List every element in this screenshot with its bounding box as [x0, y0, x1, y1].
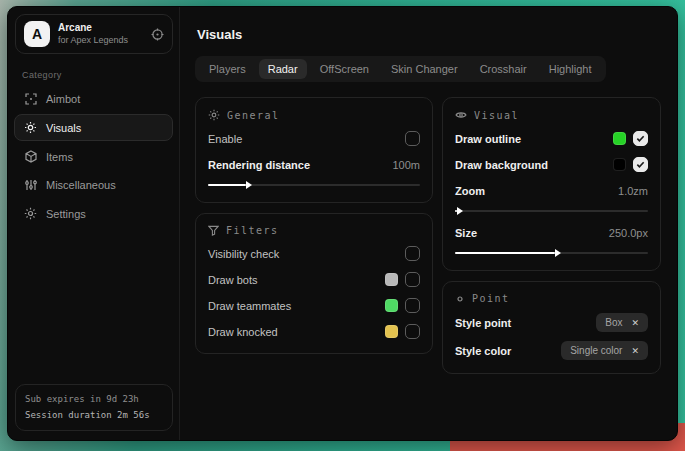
style-point-tag: Box — [605, 317, 622, 328]
page-title: Visuals — [197, 27, 661, 42]
gear-icon — [208, 109, 220, 121]
draw-knocked-checkbox[interactable] — [405, 324, 420, 339]
dot-icon — [455, 294, 465, 304]
zoom-slider[interactable] — [455, 206, 648, 215]
slider-thumb[interactable] — [246, 181, 252, 189]
sidebar-item-aimbot[interactable]: Aimbot — [14, 86, 173, 112]
tab-highlight[interactable]: Highlight — [540, 59, 601, 79]
draw-bots-label: Draw bots — [208, 274, 258, 286]
app-title: Arcane — [58, 22, 143, 35]
target-icon[interactable] — [151, 28, 164, 41]
category-label: Category — [22, 70, 179, 80]
cube-icon — [24, 150, 37, 163]
tab-offscreen[interactable]: OffScreen — [311, 59, 378, 79]
draw-outline-checkbox[interactable] — [633, 131, 648, 146]
size-label: Size — [455, 227, 477, 239]
remove-icon[interactable]: ✕ — [631, 318, 639, 328]
draw-teammates-color-swatch[interactable] — [385, 299, 398, 312]
app-header: A Arcane for Apex Legends — [15, 14, 173, 54]
visibility-check-checkbox[interactable] — [405, 246, 420, 261]
slider-thumb[interactable] — [457, 207, 463, 215]
zoom-value: 1.0zm — [618, 185, 648, 197]
app-logo: A — [24, 21, 50, 47]
sidebar: A Arcane for Apex Legends Category — [8, 7, 180, 440]
sidebar-item-label: Visuals — [46, 122, 81, 134]
sidebar-item-items[interactable]: Items — [14, 143, 173, 170]
visuals-tabbar: Players Radar OffScreen Skin Changer Cro… — [195, 56, 606, 82]
visibility-check-label: Visibility check — [208, 248, 279, 260]
subscription-info: Sub expires in 9d 23h Session duration 2… — [15, 384, 173, 431]
session-duration-text: Session duration 2m 56s — [25, 408, 163, 423]
point-section-title: Point — [472, 293, 510, 304]
draw-knocked-label: Draw knocked — [208, 326, 278, 338]
general-section-title: General — [227, 110, 280, 121]
arcane-window: A Arcane for Apex Legends Category — [7, 6, 678, 441]
eye-icon — [455, 109, 467, 121]
crosshair-icon — [24, 93, 37, 105]
general-card: General Enable Rendering distance 100m — [195, 97, 433, 203]
eye-icon — [24, 121, 37, 134]
sidebar-item-visuals[interactable]: Visuals — [14, 114, 173, 141]
main-panel: Visuals Players Radar OffScreen Skin Cha… — [180, 7, 677, 440]
visual-card: Visual Draw outline Draw background — [442, 97, 661, 271]
draw-background-checkbox[interactable] — [633, 157, 648, 172]
draw-bots-checkbox[interactable] — [405, 272, 420, 287]
draw-outline-label: Draw outline — [455, 133, 521, 145]
enable-checkbox[interactable] — [405, 131, 420, 146]
sidebar-item-label: Aimbot — [46, 93, 80, 105]
filters-card: Filters Visibility check Draw bots — [195, 213, 433, 354]
size-value: 250.0px — [609, 227, 648, 239]
rendering-distance-slider[interactable] — [208, 180, 420, 189]
slider-thumb[interactable] — [555, 249, 561, 257]
sidebar-item-miscellaneous[interactable]: Miscellaneous — [14, 172, 173, 198]
draw-background-color-swatch[interactable] — [613, 158, 626, 171]
gear-icon — [24, 207, 37, 220]
tab-players[interactable]: Players — [200, 59, 255, 79]
style-color-label: Style color — [455, 345, 511, 357]
enable-label: Enable — [208, 133, 242, 145]
draw-teammates-label: Draw teammates — [208, 300, 291, 312]
tab-radar[interactable]: Radar — [259, 59, 307, 79]
draw-outline-color-swatch[interactable] — [613, 132, 626, 145]
point-card: Point Style point Box ✕ Style color Sing… — [442, 281, 661, 374]
app-subtitle: for Apex Legends — [58, 35, 143, 46]
sidebar-item-settings[interactable]: Settings — [14, 200, 173, 227]
sub-expiry-text: Sub expires in 9d 23h — [25, 392, 163, 407]
funnel-icon — [208, 225, 219, 236]
draw-knocked-color-swatch[interactable] — [385, 325, 398, 338]
remove-icon[interactable]: ✕ — [631, 346, 639, 356]
filters-section-title: Filters — [226, 225, 279, 236]
zoom-label: Zoom — [455, 185, 485, 197]
draw-background-label: Draw background — [455, 159, 548, 171]
size-slider[interactable] — [455, 248, 648, 257]
sliders-icon — [24, 179, 37, 191]
style-color-tag: Single color — [570, 345, 622, 356]
draw-teammates-checkbox[interactable] — [405, 298, 420, 313]
tab-crosshair[interactable]: Crosshair — [471, 59, 536, 79]
rendering-distance-value: 100m — [392, 159, 420, 171]
sidebar-nav: Aimbot Visuals Items — [8, 86, 179, 227]
draw-bots-color-swatch[interactable] — [385, 273, 398, 286]
style-point-label: Style point — [455, 317, 511, 329]
style-color-select[interactable]: Single color ✕ — [561, 341, 648, 360]
sidebar-item-label: Miscellaneous — [46, 179, 116, 191]
style-point-select[interactable]: Box ✕ — [596, 313, 648, 332]
sidebar-item-label: Items — [46, 151, 73, 163]
rendering-distance-label: Rendering distance — [208, 159, 310, 171]
sidebar-item-label: Settings — [46, 208, 86, 220]
visual-section-title: Visual — [474, 110, 519, 121]
tab-skin-changer[interactable]: Skin Changer — [382, 59, 467, 79]
